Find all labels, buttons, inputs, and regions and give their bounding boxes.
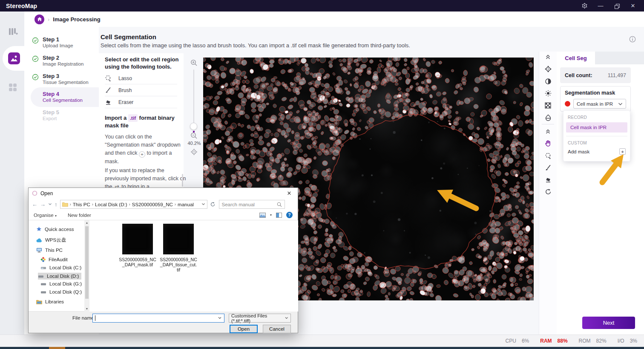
cell-count-card: Cell count: 111,497 [560, 67, 631, 83]
file-name-label: File name: [72, 315, 95, 320]
drive-icon [40, 266, 46, 270]
help-icon[interactable]: ? [286, 212, 293, 218]
mask-dropdown-popup: RECORD Cell mask in IPR CUSTOM Add mask … [563, 110, 630, 162]
next-button[interactable]: Next [582, 317, 635, 329]
add-mask-plus-icon[interactable]: + [619, 148, 626, 155]
checkerboard-icon[interactable] [544, 102, 552, 109]
tab-cell-seg[interactable]: Cell Seg [557, 52, 595, 64]
pan-hand-icon[interactable] [544, 140, 552, 147]
file-dapi-tissue-cut[interactable]: SS200000059_NC _DAPI_tissue_cut. tif [159, 224, 198, 272]
tree-item-disk-d[interactable]: Local Disk (D:) [38, 273, 81, 280]
tree-item-wps-cloud[interactable]: WPS云盘 [36, 237, 66, 243]
address-bar[interactable]: › This PC › Local Disk (D:) › SS20000005… [60, 200, 207, 209]
zoom-slider-handle[interactable] [190, 123, 197, 130]
dropdown-option-cell-mask-ipr[interactable]: Cell mask in IPR [566, 122, 627, 133]
view-mode-icon[interactable] [259, 213, 266, 218]
recent-chevron-icon[interactable] [48, 203, 52, 206]
combo-chevron-icon[interactable] [218, 317, 222, 320]
tree-item-disk-c[interactable]: Local Disk (C:) [40, 265, 81, 270]
reset-rotate-icon[interactable] [544, 188, 552, 195]
file-name-input[interactable] [92, 314, 224, 323]
file-name: SS200000059_NC _DAPI_mask.tif [118, 257, 157, 267]
sidebar-item-charts[interactable] [7, 26, 18, 37]
address-segment[interactable]: SS200000059_NC [132, 202, 173, 207]
address-segment[interactable]: This PC [73, 202, 90, 207]
preview-pane-icon[interactable] [276, 213, 282, 218]
file-type-select[interactable]: Customised Files (*.tif;*.tiff) [229, 314, 291, 323]
file-name: SS200000059_NC _DAPI_tissue_cut. tif [159, 257, 198, 272]
search-input[interactable]: Search manual [219, 200, 285, 209]
restore-button[interactable] [613, 3, 620, 9]
scroll-down-icon[interactable]: ▼ [84, 307, 89, 310]
tree-item-quick-access[interactable]: Quick access [36, 226, 74, 232]
brightness-icon[interactable] [544, 89, 552, 97]
brush-icon[interactable] [544, 164, 552, 171]
dialog-titlebar: Open ✕ [29, 188, 298, 199]
mask-select[interactable]: Cell mask in IPR [573, 99, 626, 109]
zoom-slider-track[interactable] [193, 69, 194, 126]
eraser-icon[interactable] [544, 176, 552, 183]
scroll-up-icon[interactable]: ▲ [84, 221, 89, 224]
address-dropdown-icon[interactable] [201, 203, 205, 206]
file-dapi-mask[interactable]: SS200000059_NC _DAPI_mask.tif [118, 224, 157, 267]
brush-icon [105, 87, 112, 94]
forward-icon[interactable]: → [40, 202, 46, 207]
info-icon[interactable] [629, 36, 636, 43]
segmentation-mask-card: Segmentation mask Cell mask in IPR [560, 86, 631, 112]
tree-item-disk-q[interactable]: Local Disk (Q:) [40, 289, 82, 294]
zoom-out-button[interactable] [190, 132, 198, 139]
lasso-label: Lasso [118, 75, 132, 81]
tree-item-disk-g[interactable]: Local Disk (G:) [40, 281, 82, 286]
new-folder-button[interactable]: New folder [68, 213, 91, 218]
fileaudit-icon [40, 257, 46, 262]
locate-crosshair-icon[interactable] [190, 148, 198, 156]
eraser-tool[interactable]: Eraser [105, 96, 177, 108]
sidebar-item-apps-grid[interactable] [7, 82, 18, 93]
close-button[interactable]: ✕ [630, 3, 636, 9]
cancel-button[interactable]: Cancel [263, 325, 291, 333]
collapse-tools-icon[interactable] [544, 128, 552, 135]
sidebar-item-image-processing[interactable] [7, 52, 21, 65]
lasso-tool[interactable]: Lasso [105, 72, 177, 84]
lasso-icon[interactable] [544, 152, 552, 159]
mask-color-dot[interactable] [565, 101, 570, 107]
tree-scrollbar-thumb[interactable] [85, 226, 89, 299]
zoom-in-button[interactable] [190, 59, 198, 66]
open-button[interactable]: Open [230, 325, 258, 333]
address-chevron: › [175, 202, 176, 207]
dialog-nav-row: ← → ↑ › This PC › Local Disk (D:) › SS20… [29, 199, 298, 210]
cell-count-value: 111,497 [608, 72, 626, 78]
organise-menu[interactable]: Organise ▾ [34, 213, 57, 218]
dialog-toolbar: Organise ▾ New folder ▾ ? [29, 210, 298, 220]
adjust-icon[interactable] [544, 65, 552, 72]
opacity-droplet-icon[interactable] [544, 114, 552, 121]
minimize-button[interactable]: — [597, 3, 604, 9]
tree-item-this-pc[interactable]: This PC [36, 248, 63, 253]
search-icon [277, 202, 282, 207]
open-file-dialog: Open ✕ ← → ↑ › This PC › Local Disk (D:)… [28, 187, 298, 333]
folder-icon [62, 202, 68, 207]
settings-icon[interactable] [581, 3, 588, 9]
view-mode-caret-icon[interactable]: ▾ [270, 213, 272, 217]
dialog-close-icon[interactable]: ✕ [284, 190, 294, 196]
brush-tool[interactable]: Brush [105, 84, 177, 96]
address-chevron: › [70, 202, 71, 207]
collapse-toolbar-icon[interactable] [544, 53, 552, 61]
home-icon[interactable] [34, 14, 44, 24]
refresh-icon[interactable] [210, 202, 216, 207]
toolbar-divider [542, 124, 554, 124]
stereomap-window: StereoMap — ✕ › Image Processing Step 1 [0, 0, 644, 349]
contrast-icon[interactable] [544, 78, 552, 85]
back-icon[interactable]: ← [32, 202, 37, 207]
folder-tree: Quick access WPS云盘 This PC FileAudit Loc… [29, 220, 84, 312]
tree-item-fileaudit[interactable]: FileAudit [40, 257, 68, 262]
address-segment[interactable]: Local Disk (D:) [95, 202, 127, 207]
tools-scrollbar[interactable] [182, 174, 183, 187]
tree-item-libraries[interactable]: Libraries [36, 299, 64, 304]
up-icon[interactable]: ↑ [55, 202, 58, 207]
add-mask-row[interactable]: Add mask + [568, 148, 626, 155]
address-segment[interactable]: manual [178, 202, 194, 207]
dialog-footer: File name: Customised Files (*.tif;*.tif… [29, 312, 298, 333]
status-bar: CPU6% RAM88% ROM82% I/O3% [0, 335, 644, 347]
file-thumbnail [163, 224, 194, 254]
